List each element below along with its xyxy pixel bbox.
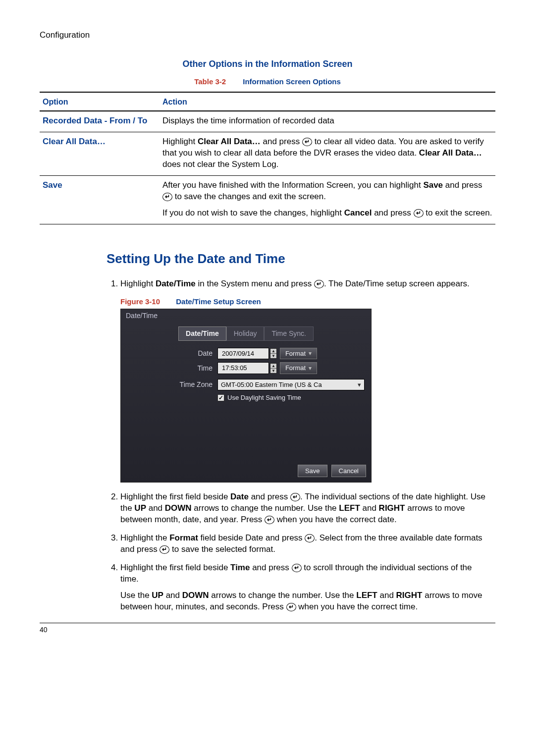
option-recorded-data: Recorded Data - From / To <box>40 111 160 132</box>
dst-checkbox-row[interactable]: ✓ Use Daylight Saving Time <box>217 393 366 402</box>
action-text: After you have finished with the Informa… <box>160 175 495 224</box>
figure-label: Figure 3-10 <box>120 297 160 306</box>
label-time: Time <box>126 364 217 373</box>
page-number: 40 <box>40 626 48 634</box>
option-clear-all: Clear All Data… <box>40 132 160 176</box>
step-2: Highlight the first field beside Date an… <box>120 491 490 526</box>
label-date: Date <box>126 349 217 358</box>
step-3: Highlight the Format field beside Date a… <box>120 533 490 555</box>
time-spinner[interactable]: ▲▼ <box>270 363 277 374</box>
cancel-button[interactable]: Cancel <box>331 465 366 478</box>
col-option: Option <box>40 92 160 111</box>
enter-icon: ↵ <box>414 209 424 217</box>
page-footer: 40 <box>40 623 495 635</box>
chevron-down-icon: ▾ <box>358 380 361 389</box>
running-header: Configuration <box>40 30 495 41</box>
chevron-up-icon[interactable]: ▲ <box>270 349 276 354</box>
time-field[interactable]: 17:53:05 <box>217 362 269 374</box>
enter-icon: ↵ <box>160 545 169 554</box>
table-row: Save After you have finished with the In… <box>40 175 495 224</box>
step-4: Highlight the first field beside Time an… <box>120 562 490 613</box>
ss-tabs: Date/Time Holiday Time Sync. <box>126 326 366 341</box>
ss-window-title: Date/Time <box>121 309 371 322</box>
date-field[interactable]: 2007/09/14 <box>217 348 269 360</box>
enter-icon: ↵ <box>292 564 302 572</box>
save-button[interactable]: Save <box>298 465 327 478</box>
enter-icon: ↵ <box>290 493 300 501</box>
enter-icon: ↵ <box>265 516 274 524</box>
option-save: Save <box>40 175 160 224</box>
date-format-button[interactable]: Format▾ <box>280 348 317 360</box>
label-timezone: Time Zone <box>126 380 217 389</box>
action-text: Displays the time information of recorde… <box>160 111 495 132</box>
tab-timesync[interactable]: Time Sync. <box>264 326 314 341</box>
timezone-select[interactable]: GMT-05:00 Eastern Time (US & Ca▾ <box>217 379 365 391</box>
table-row: Recorded Data - From / To Displays the t… <box>40 111 495 132</box>
enter-icon: ↵ <box>162 193 172 201</box>
chevron-up-icon[interactable]: ▲ <box>270 364 276 369</box>
tab-datetime[interactable]: Date/Time <box>178 326 226 341</box>
table-row: Clear All Data… Highlight Clear All Data… <box>40 132 495 176</box>
col-action: Action <box>160 92 495 111</box>
action-text: Highlight Clear All Data… and press ↵ to… <box>160 132 495 176</box>
date-spinner[interactable]: ▲▼ <box>270 348 277 359</box>
enter-icon: ↵ <box>286 603 296 611</box>
chevron-down-icon[interactable]: ▼ <box>270 369 276 373</box>
figure-title: Date/Time Setup Screen <box>176 297 261 306</box>
figure-caption: Figure 3-10 Date/Time Setup Screen <box>120 297 490 307</box>
options-table: Option Action Recorded Data - From / To … <box>40 92 495 224</box>
checkbox-checked-icon[interactable]: ✓ <box>217 394 224 401</box>
table-label: Table 3-2 <box>194 77 226 86</box>
table-title: Information Screen Options <box>243 77 341 86</box>
enter-icon: ↵ <box>302 138 312 146</box>
datetime-screenshot: Date/Time Date/Time Holiday Time Sync. D… <box>120 309 372 483</box>
chevron-down-icon: ▾ <box>309 349 312 357</box>
steps-list: Highlight Date/Time in the System menu a… <box>107 278 490 613</box>
section-subtitle: Other Options in the Information Screen <box>40 58 495 70</box>
enter-icon: ↵ <box>314 280 324 288</box>
table-caption: Table 3-2 Information Screen Options <box>40 77 495 87</box>
tab-holiday[interactable]: Holiday <box>226 326 265 341</box>
step-1: Highlight Date/Time in the System menu a… <box>120 278 490 483</box>
time-format-button[interactable]: Format▾ <box>280 362 317 374</box>
dst-label: Use Daylight Saving Time <box>227 393 301 402</box>
enter-icon: ↵ <box>305 534 315 542</box>
chevron-down-icon: ▾ <box>309 364 312 372</box>
chevron-down-icon[interactable]: ▼ <box>270 354 276 358</box>
section-title: Setting Up the Date and Time <box>107 250 490 268</box>
